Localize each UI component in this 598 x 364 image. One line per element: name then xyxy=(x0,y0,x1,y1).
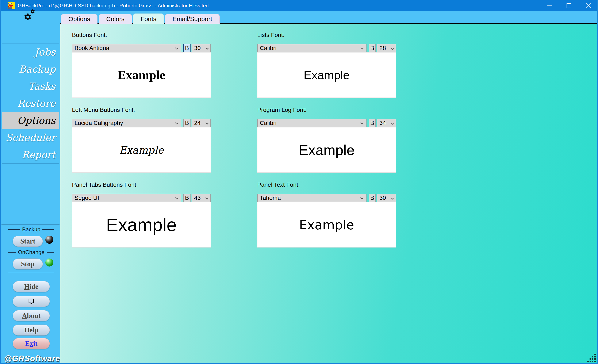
font-panel-left-menu-buttons: Left Menu Buttons Font: Lucida Calligrap… xyxy=(72,107,211,116)
tab-strip: Options Colors Fonts Email/Support xyxy=(61,14,220,24)
tab-email-support[interactable]: Email/Support xyxy=(165,14,219,24)
tab-options[interactable]: Options xyxy=(61,14,98,24)
sidebar: Jobs Backup Tasks Restore Options Schedu… xyxy=(1,24,60,363)
stop-button-label: Stop xyxy=(21,260,34,268)
backup-group-legend: Backup xyxy=(8,226,54,233)
gear-icon xyxy=(24,13,32,21)
chevron-down-icon xyxy=(206,197,209,200)
stop-onchange-button[interactable]: Stop xyxy=(13,258,43,269)
bold-toggle[interactable]: B xyxy=(183,194,191,202)
chevron-down-icon xyxy=(206,47,209,50)
about-button[interactable]: About xyxy=(13,310,50,321)
font-family-select[interactable]: Tahoma xyxy=(257,194,366,202)
font-size-select[interactable]: 24 xyxy=(191,119,211,127)
font-example-preview: Example xyxy=(72,127,211,173)
divider xyxy=(1,224,59,224)
font-example-preview: Example xyxy=(257,52,396,98)
font-size-value: 30 xyxy=(379,195,386,201)
chevron-down-icon xyxy=(175,122,178,125)
font-size-select[interactable]: 34 xyxy=(377,119,396,127)
resize-grip[interactable] xyxy=(586,352,596,362)
panel-label: Lists Font: xyxy=(257,32,396,41)
chevron-down-icon xyxy=(391,47,394,50)
chevron-down-icon xyxy=(175,47,178,50)
font-panel-panel-tabs-buttons: Panel Tabs Buttons Font: Segoe UI B 43 E… xyxy=(72,182,211,191)
help-button[interactable]: Help xyxy=(13,324,50,336)
window-minimize-button[interactable] xyxy=(540,0,559,11)
panel-label: Buttons Font: xyxy=(72,32,211,41)
bold-toggle[interactable]: B xyxy=(369,194,376,202)
font-family-value: Book Antiqua xyxy=(75,45,109,51)
window-title: GRBackPro - d:\@GR\HD-SSD-backup.grb - R… xyxy=(18,3,209,9)
font-family-select[interactable]: Calibri xyxy=(257,44,366,52)
maximize-icon xyxy=(566,3,571,8)
font-size-select[interactable]: 43 xyxy=(191,194,211,202)
tab-colors[interactable]: Colors xyxy=(99,14,132,24)
onchange-status-led-icon xyxy=(45,258,53,266)
feedback-button[interactable] xyxy=(13,296,50,307)
title-bar: GRBackPro - d:\@GR\HD-SSD-backup.grb - R… xyxy=(0,0,598,11)
sidebar-item-restore[interactable]: Restore xyxy=(2,95,59,112)
chevron-down-icon xyxy=(391,122,394,125)
tab-fonts[interactable]: Fonts xyxy=(133,14,164,24)
chevron-down-icon xyxy=(360,197,364,200)
sidebar-item-options[interactable]: Options xyxy=(2,112,59,129)
font-family-select[interactable]: Lucida Calligraphy xyxy=(72,119,181,127)
sidebar-menu: Jobs Backup Tasks Restore Options Schedu… xyxy=(2,43,59,164)
window-close-button[interactable] xyxy=(579,0,598,11)
tab-band: Options Colors Fonts Email/Support xyxy=(1,11,597,24)
start-button-label: Start xyxy=(20,237,35,245)
bold-toggle[interactable]: B xyxy=(369,44,376,52)
bold-toggle[interactable]: B xyxy=(369,119,376,127)
font-size-value: 34 xyxy=(379,120,386,126)
font-family-select[interactable]: Segoe UI xyxy=(72,194,181,202)
sidebar-item-jobs[interactable]: Jobs xyxy=(2,43,59,61)
font-size-select[interactable]: 30 xyxy=(191,44,211,52)
panel-label: Panel Text Font: xyxy=(257,182,396,191)
hide-button[interactable]: Hide xyxy=(13,281,50,292)
font-family-value: Segoe UI xyxy=(75,195,99,201)
font-example-preview: Example xyxy=(257,127,396,173)
chevron-down-icon xyxy=(360,122,364,125)
font-example-preview: Example xyxy=(72,52,211,98)
font-panel-program-log: Program Log Font: Calibri B 34 Example xyxy=(257,107,396,116)
exit-button[interactable]: Exit xyxy=(13,338,50,349)
panel-label: Panel Tabs Buttons Font: xyxy=(72,182,211,191)
backup-status-led-icon xyxy=(45,236,53,244)
font-family-select[interactable]: Calibri xyxy=(257,119,366,127)
chevron-down-icon xyxy=(206,122,209,125)
chevron-down-icon xyxy=(360,47,364,50)
font-example-preview: Example xyxy=(72,202,211,248)
app-window: GRBackPro - d:\@GR\HD-SSD-backup.grb - R… xyxy=(0,0,598,364)
font-size-select[interactable]: 30 xyxy=(377,194,396,202)
divider xyxy=(8,273,54,273)
chevron-down-icon xyxy=(391,197,394,200)
font-size-select[interactable]: 28 xyxy=(377,44,396,52)
sidebar-item-backup[interactable]: Backup xyxy=(2,61,59,78)
settings-gears-icon xyxy=(24,10,38,23)
font-family-value: Lucida Calligraphy xyxy=(75,120,123,126)
chevron-down-icon xyxy=(175,197,178,200)
bold-toggle[interactable]: B xyxy=(183,119,191,127)
panel-label: Program Log Font: xyxy=(257,107,396,116)
sidebar-item-scheduler[interactable]: Scheduler xyxy=(2,129,59,146)
start-backup-button[interactable]: Start xyxy=(13,236,43,247)
backup-legend-label: Backup xyxy=(22,226,41,233)
window-maximize-button[interactable] xyxy=(559,0,579,11)
font-panel-buttons: Buttons Font: Book Antiqua B 30 Example xyxy=(72,32,211,41)
font-size-value: 30 xyxy=(194,45,201,51)
font-panel-lists: Lists Font: Calibri B 28 Example xyxy=(257,32,396,41)
bold-toggle[interactable]: B xyxy=(183,44,191,52)
font-family-value: Calibri xyxy=(260,45,276,51)
sidebar-item-tasks[interactable]: Tasks xyxy=(2,78,59,95)
font-family-value: Calibri xyxy=(260,120,276,126)
close-icon xyxy=(586,3,591,8)
font-panel-panel-text: Panel Text Font: Tahoma B 30 Example xyxy=(257,182,396,191)
onchange-legend-label: OnChange xyxy=(18,249,44,256)
sidebar-item-report[interactable]: Report xyxy=(2,146,59,163)
gear-icon xyxy=(30,9,35,14)
grsoftware-brand: @GRSoftware xyxy=(4,354,55,363)
font-family-select[interactable]: Book Antiqua xyxy=(72,44,181,52)
app-icon xyxy=(8,2,15,9)
font-size-value: 28 xyxy=(379,45,386,51)
